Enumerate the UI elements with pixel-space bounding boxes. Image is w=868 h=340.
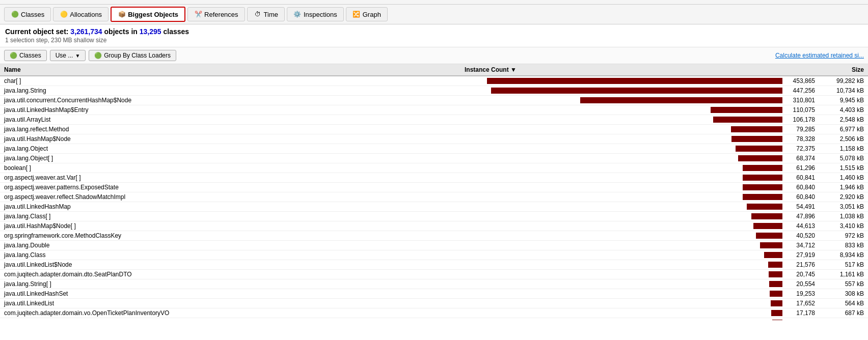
table-row[interactable]: char[ ] 453,865 99,282 kB (0, 76, 868, 86)
table-row[interactable]: java.lang.Class[ ] 47,896 1,038 kB (0, 212, 868, 221)
instance-count-cell: 106,178 (460, 115, 817, 125)
table-row[interactable]: java.lang.Double 34,712 833 kB (0, 241, 868, 250)
class-name-cell: java.util.LinkedHashMap$Entry (0, 105, 460, 115)
tab-label: Allocations (70, 11, 102, 18)
table-row[interactable]: com.juqitech.adapter.domain.dto.SeatPlan… (0, 270, 868, 279)
table-row[interactable]: boolean[ ] 61,296 1,515 kB (0, 163, 868, 173)
table-row[interactable]: java.util.HashMap$Node 78,328 2,506 kB (0, 134, 868, 144)
size-cell: 557 kB (817, 279, 868, 289)
table-row[interactable]: java.lang.String 447,256 10,734 kB (0, 86, 868, 96)
table-row[interactable]: java.util.HashMap$Node[ ] 44,613 3,410 k… (0, 221, 868, 231)
count-value: 17,652 (784, 300, 815, 307)
instance-count-cell: 60,840 (460, 192, 817, 202)
tab-classes[interactable]: 🟢Classes (4, 7, 51, 21)
class-name-cell: java.lang.Object[ ] (0, 154, 460, 163)
table-row[interactable]: java.util.ArrayList 106,178 2,548 kB (0, 115, 868, 125)
size-column-header[interactable]: Size (817, 64, 868, 76)
table-row[interactable]: java.lang.String[ ] 20,554 557 kB (0, 279, 868, 289)
tab-allocations[interactable]: 🟡Allocations (53, 7, 108, 21)
count-value: 20,745 (784, 271, 815, 278)
class-name-cell: java.lang.String (0, 86, 460, 96)
object-set-title: Current object set: 3,261,734 objects in… (5, 27, 863, 36)
tab-label: References (204, 11, 238, 18)
group-by-class-loaders-btn[interactable]: 🟢 Group By Class Loaders (89, 50, 176, 61)
instance-count-cell: 47,896 (460, 212, 817, 221)
instance-count-cell: 68,374 (460, 154, 817, 163)
table-row[interactable]: byte[ ] 15,709 7,019 kB (0, 318, 868, 321)
count-value: 44,613 (784, 222, 815, 230)
table-row[interactable]: java.util.concurrent.ConcurrentHashMap$N… (0, 96, 868, 105)
data-table: Name Instance Count ▼ Size char[ ] 453,8… (0, 64, 868, 320)
size-cell: 5,078 kB (817, 154, 868, 163)
count-bar (743, 194, 782, 200)
count-bar (736, 146, 782, 152)
class-name-cell: java.util.LinkedList$Node (0, 260, 460, 270)
table-row[interactable]: java.lang.Object[ ] 68,374 5,078 kB (0, 154, 868, 163)
table-row[interactable]: java.lang.Object 72,375 1,158 kB (0, 144, 868, 154)
count-value: 27,919 (784, 251, 815, 259)
table-row[interactable]: java.lang.Class 27,919 8,934 kB (0, 250, 868, 260)
class-name-cell: char[ ] (0, 76, 460, 86)
table-row[interactable]: java.util.LinkedList 17,652 564 kB (0, 299, 868, 308)
class-name-cell: java.lang.String[ ] (0, 279, 460, 289)
count-value: 79,285 (784, 126, 815, 133)
size-cell: 1,515 kB (817, 163, 868, 173)
table-row[interactable]: org.aspectj.weaver.ast.Var[ ] 60,841 1,4… (0, 173, 868, 183)
class-name-cell: byte[ ] (0, 318, 460, 321)
table-row[interactable]: com.juqitech.adapter.domain.vo.OpenTicke… (0, 308, 868, 318)
class-name-cell: java.lang.Class[ ] (0, 212, 460, 221)
count-bar (747, 204, 782, 210)
count-bar (771, 310, 782, 316)
count-bar (751, 213, 782, 219)
class-name-cell: com.juqitech.adapter.domain.vo.OpenTicke… (0, 308, 460, 318)
table-row[interactable]: java.util.LinkedHashSet 19,253 308 kB (0, 289, 868, 299)
tab-inspections[interactable]: ⚙️Inspections (287, 7, 344, 21)
size-cell: 1,158 kB (817, 144, 868, 154)
count-value: 453,865 (784, 77, 815, 84)
instance-count-cell: 40,520 (460, 231, 817, 241)
class-name-cell: org.aspectj.weaver.ast.Var[ ] (0, 173, 460, 183)
count-bar (731, 136, 782, 142)
class-name-cell: java.util.LinkedHashSet (0, 289, 460, 299)
size-cell: 1,161 kB (817, 270, 868, 279)
table-row[interactable]: org.aspectj.weaver.patterns.ExposedState… (0, 183, 868, 192)
count-value: 60,841 (784, 174, 815, 181)
instance-count-cell: 453,865 (460, 76, 817, 86)
count-value: 78,328 (784, 135, 815, 143)
size-cell: 564 kB (817, 299, 868, 308)
tab-references[interactable]: ✂️References (187, 7, 245, 21)
count-bar (713, 117, 782, 123)
name-column-header[interactable]: Name (0, 64, 460, 76)
count-bar (772, 320, 782, 320)
count-bar (743, 165, 782, 171)
count-bar (770, 291, 782, 297)
classes-dropdown-btn[interactable]: 🟢 Classes (4, 50, 47, 61)
instance-count-cell: 27,919 (460, 250, 817, 260)
instance-count-cell: 79,285 (460, 125, 817, 134)
classes-icon: 🟢 (11, 10, 19, 18)
tab-time[interactable]: ⏱Time (247, 7, 285, 21)
table-row[interactable]: java.util.LinkedHashMap 54,491 3,051 kB (0, 202, 868, 212)
table-row[interactable]: java.lang.reflect.Method 79,285 6,977 kB (0, 125, 868, 134)
table-row[interactable]: org.springframework.core.MethodClassKey … (0, 231, 868, 241)
tab-graph[interactable]: 🔀Graph (346, 7, 388, 21)
table-row[interactable]: java.util.LinkedList$Node 21,576 517 kB (0, 260, 868, 270)
size-cell: 1,946 kB (817, 183, 868, 192)
instance-count-cell: 20,745 (460, 270, 817, 279)
class-name-cell: java.util.LinkedList (0, 299, 460, 308)
instance-count-cell: 78,328 (460, 134, 817, 144)
calculate-retained-link[interactable]: Calculate estimated retained si... (775, 52, 864, 59)
count-value: 40,520 (784, 232, 815, 239)
classes-icon: 🟢 (10, 52, 17, 59)
table-row[interactable]: org.aspectj.weaver.reflect.ShadowMatchIm… (0, 192, 868, 202)
count-value: 60,840 (784, 193, 815, 201)
class-name-cell: java.lang.Class (0, 250, 460, 260)
tab-biggest-objects[interactable]: 📦Biggest Objects (111, 7, 185, 22)
table-row[interactable]: java.util.LinkedHashMap$Entry 110,075 4,… (0, 105, 868, 115)
count-value: 60,840 (784, 184, 815, 191)
size-cell: 308 kB (817, 289, 868, 299)
use-dropdown-btn[interactable]: Use ... ▼ (50, 50, 86, 61)
instance-count-column-header[interactable]: Instance Count ▼ (460, 64, 817, 76)
size-cell: 8,934 kB (817, 250, 868, 260)
count-bar (756, 233, 782, 239)
